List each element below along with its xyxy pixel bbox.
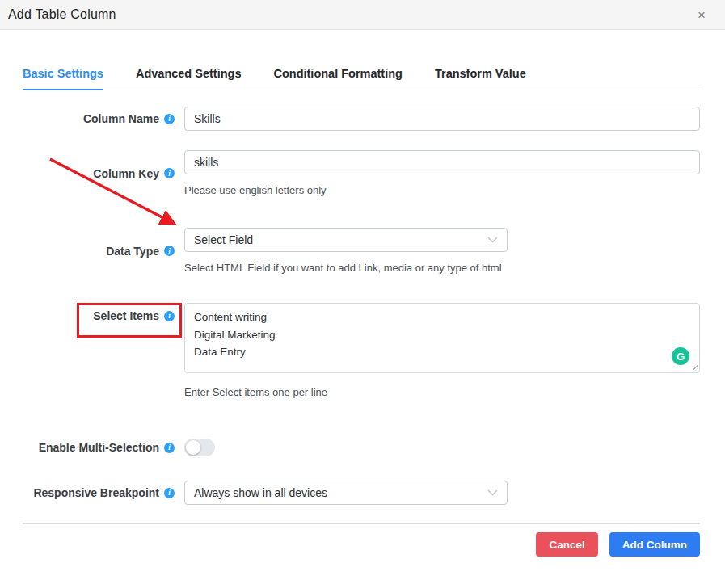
chevron-down-icon (487, 237, 498, 243)
column-key-label: Column Key (93, 167, 159, 180)
column-name-label: Column Name (83, 112, 159, 125)
column-key-row: Column Key i Please use english letters … (23, 150, 700, 196)
responsive-breakpoint-selected-value: Always show in all devices (194, 486, 327, 499)
add-table-column-modal: { "modal": { "title": "Add Table Column"… (0, 0, 725, 588)
select-items-label: Select Items (93, 309, 159, 322)
select-items-row: Select Items i Content writing Digital M… (23, 303, 700, 398)
multi-selection-label-group: Enable Multi-Selection i (23, 441, 175, 454)
basic-settings-form: Column Name i Column Key i Please use en… (23, 90, 700, 505)
data-type-selected-value: Select Field (194, 233, 253, 246)
data-type-helper: Select HTML Field if you want to add Lin… (184, 262, 700, 274)
column-key-input[interactable] (184, 150, 700, 174)
info-icon[interactable]: i (164, 168, 175, 178)
multi-selection-row: Enable Multi-Selection i (23, 439, 700, 456)
column-key-label-group: Column Key i (23, 167, 175, 180)
info-icon[interactable]: i (164, 114, 175, 124)
responsive-breakpoint-label-group: Responsive Breakpoint i (23, 486, 175, 499)
data-type-label: Data Type (106, 245, 159, 258)
cancel-button[interactable]: Cancel (536, 532, 597, 556)
column-name-row: Column Name i (23, 107, 700, 131)
chevron-down-icon (487, 489, 498, 496)
column-name-label-group: Column Name i (23, 112, 175, 125)
multi-selection-label: Enable Multi-Selection (39, 441, 159, 454)
tab-advanced-settings[interactable]: Advanced Settings (136, 67, 242, 90)
responsive-breakpoint-select[interactable]: Always show in all devices (184, 481, 508, 505)
responsive-breakpoint-row: Responsive Breakpoint i Always show in a… (23, 481, 700, 505)
modal-header: Add Table Column × (0, 0, 725, 30)
multi-selection-toggle[interactable] (184, 439, 215, 456)
info-icon[interactable]: i (164, 488, 175, 498)
add-column-button[interactable]: Add Column (609, 532, 700, 556)
responsive-breakpoint-label: Responsive Breakpoint (33, 486, 159, 499)
footer-divider (23, 523, 700, 524)
modal-body: Basic Settings Advanced Settings Conditi… (0, 30, 725, 556)
grammarly-icon[interactable]: G (672, 347, 689, 365)
modal-title: Add Table Column (8, 7, 116, 22)
column-key-helper: Please use english letters only (184, 184, 700, 196)
tab-transform-value[interactable]: Transform Value (435, 67, 526, 90)
select-items-helper: Enter Select items one per line (184, 386, 700, 398)
column-name-input[interactable] (184, 107, 700, 131)
tab-bar: Basic Settings Advanced Settings Conditi… (23, 30, 700, 90)
info-icon[interactable]: i (164, 443, 175, 453)
info-icon[interactable]: i (164, 311, 175, 321)
footer-actions: Cancel Add Column (23, 532, 700, 556)
data-type-label-group: Data Type i (23, 245, 175, 258)
toggle-knob (186, 440, 200, 455)
data-type-select[interactable]: Select Field (184, 228, 508, 252)
data-type-row: Data Type i Select Field Select HTML Fie… (23, 228, 700, 274)
select-items-label-group: Select Items i (23, 303, 175, 322)
info-icon[interactable]: i (164, 246, 175, 256)
tab-basic-settings[interactable]: Basic Settings (23, 67, 103, 90)
tab-conditional-formatting[interactable]: Conditional Formatting (273, 67, 402, 90)
select-items-textarea[interactable]: Content writing Digital Marketing Data E… (184, 303, 700, 373)
close-icon[interactable]: × (694, 6, 709, 23)
